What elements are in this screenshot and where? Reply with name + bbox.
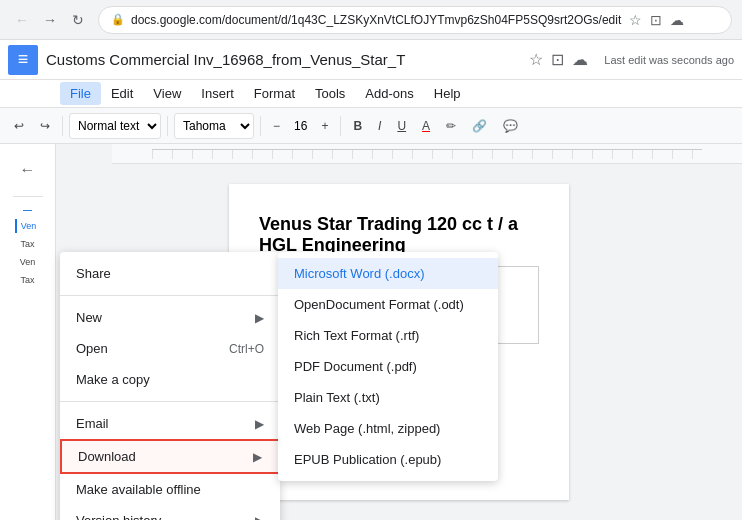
new-arrow: ▶ <box>255 311 264 325</box>
menu-help[interactable]: Help <box>424 82 471 105</box>
cast-icon: ☁ <box>670 12 684 28</box>
version-arrow: ▶ <box>255 514 264 521</box>
sidebar-back-btn[interactable]: ← <box>10 152 46 188</box>
download-arrow: ▶ <box>253 450 262 464</box>
sidebar-item-tax1[interactable]: Tax <box>16 237 38 251</box>
url-text: docs.google.com/document/d/1q43C_LZSKyXn… <box>131 13 621 27</box>
style-dropdown[interactable]: Normal text <box>69 113 161 139</box>
refresh-button[interactable]: ↻ <box>66 8 90 32</box>
redo-button[interactable]: ↪ <box>34 113 56 139</box>
header-icons: ☆ ⊡ ☁ <box>529 50 588 69</box>
bold-button[interactable]: B <box>347 113 368 139</box>
nav-buttons: ← → ↻ <box>10 8 90 32</box>
menu-available-offline[interactable]: Make available offline <box>60 474 280 505</box>
italic-button[interactable]: I <box>372 113 387 139</box>
sidebar-item-tax2[interactable]: Tax <box>16 273 38 287</box>
menu-download[interactable]: Download ▶ <box>60 439 280 474</box>
download-html[interactable]: Web Page (.html, zipped) <box>278 413 498 444</box>
document-title: Customs Commercial Inv_16968_from_Venus_… <box>46 51 521 68</box>
menu-file[interactable]: File <box>60 82 101 105</box>
browser-bar: ← → ↻ 🔒 docs.google.com/document/d/1q43C… <box>0 0 742 40</box>
menu-share[interactable]: Share <box>60 258 280 289</box>
ruler <box>112 144 742 164</box>
sidebar: ← — Ven Tax Ven Tax <box>0 144 56 520</box>
sidebar-item-ven1[interactable]: Ven <box>15 219 41 233</box>
toolbar-divider-1 <box>62 116 63 136</box>
doc-title: Venus Star Trading 120 cc t / a HGL Engi… <box>259 214 539 256</box>
menu-view[interactable]: View <box>143 82 191 105</box>
forward-button[interactable]: → <box>38 8 62 32</box>
star-icon: ☆ <box>629 12 642 28</box>
highlight-button[interactable]: ✏ <box>440 113 462 139</box>
last-edit-label: Last edit was seconds ago <box>604 54 734 66</box>
cloud-icon[interactable]: ☁ <box>572 50 588 69</box>
font-dropdown[interactable]: Tahoma <box>174 113 254 139</box>
sidebar-divider <box>13 196 43 197</box>
menu-new[interactable]: New ▶ <box>60 302 280 333</box>
font-color-button[interactable]: A <box>416 113 436 139</box>
present-icon[interactable]: ⊡ <box>551 50 564 69</box>
toolbar: ↩ ↪ Normal text Tahoma − 16 + B I U A ✏ … <box>0 108 742 144</box>
sidebar-item-ven2[interactable]: Ven <box>16 255 40 269</box>
menu-bar: File Edit View Insert Format Tools Add-o… <box>0 80 742 108</box>
download-word[interactable]: Microsoft Word (.docx) <box>278 258 498 289</box>
toolbar-divider-3 <box>260 116 261 136</box>
download-odt[interactable]: OpenDocument Format (.odt) <box>278 289 498 320</box>
font-size-value: 16 <box>290 119 311 133</box>
menu-open[interactable]: Open Ctrl+O <box>60 333 280 364</box>
menu-edit[interactable]: Edit <box>101 82 143 105</box>
file-menu: Share New ▶ Open Ctrl+O Make a copy Emai… <box>60 252 280 520</box>
menu-make-copy[interactable]: Make a copy <box>60 364 280 395</box>
menu-tools[interactable]: Tools <box>305 82 355 105</box>
lock-icon: 🔒 <box>111 13 125 26</box>
menu-addons[interactable]: Add-ons <box>355 82 423 105</box>
app-header: ≡ Customs Commercial Inv_16968_from_Venu… <box>0 40 742 80</box>
address-bar[interactable]: 🔒 docs.google.com/document/d/1q43C_LZSKy… <box>98 6 732 34</box>
download-pdf[interactable]: PDF Document (.pdf) <box>278 351 498 382</box>
underline-button[interactable]: U <box>391 113 412 139</box>
comment-button[interactable]: 💬 <box>497 113 524 139</box>
pip-icon: ⊡ <box>650 12 662 28</box>
email-arrow: ▶ <box>255 417 264 431</box>
undo-button[interactable]: ↩ <box>8 113 30 139</box>
font-size-increase[interactable]: + <box>315 113 334 139</box>
menu-version-history[interactable]: Version history ▶ <box>60 505 280 520</box>
download-txt[interactable]: Plain Text (.txt) <box>278 382 498 413</box>
star-doc-icon[interactable]: ☆ <box>529 50 543 69</box>
download-rtf[interactable]: Rich Text Format (.rtf) <box>278 320 498 351</box>
menu-email[interactable]: Email ▶ <box>60 408 280 439</box>
back-button[interactable]: ← <box>10 8 34 32</box>
download-submenu: Microsoft Word (.docx) OpenDocument Form… <box>278 252 498 481</box>
toolbar-divider-4 <box>340 116 341 136</box>
menu-insert[interactable]: Insert <box>191 82 244 105</box>
link-button[interactable]: 🔗 <box>466 113 493 139</box>
docs-app-icon: ≡ <box>8 45 38 75</box>
font-size-decrease[interactable]: − <box>267 113 286 139</box>
sidebar-label: — <box>23 205 32 215</box>
download-epub[interactable]: EPUB Publication (.epub) <box>278 444 498 475</box>
main-area: ← — Ven Tax Ven Tax Venus Star Trading 1… <box>0 144 742 520</box>
divider-1 <box>60 295 280 296</box>
divider-2 <box>60 401 280 402</box>
menu-format[interactable]: Format <box>244 82 305 105</box>
toolbar-divider-2 <box>167 116 168 136</box>
open-shortcut: Ctrl+O <box>229 342 264 356</box>
